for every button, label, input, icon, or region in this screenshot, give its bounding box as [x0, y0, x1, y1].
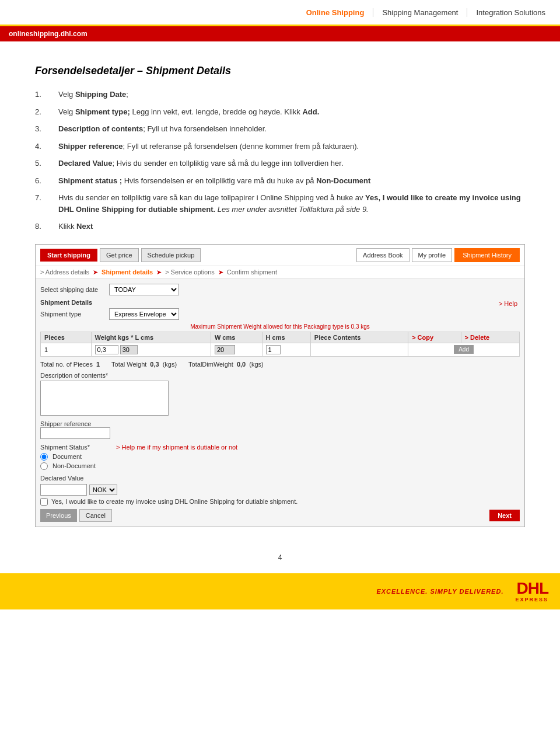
top-navigation: Online Shipping Shipping Management Inte… — [0, 0, 560, 26]
description-label: Description of contents* — [40, 372, 520, 379]
breadcrumb-service-options: > Service options — [165, 269, 215, 276]
invoice-checkbox[interactable] — [40, 498, 48, 506]
shipping-date-label: Select shipping date — [40, 286, 104, 293]
declared-value-label: Declared Value — [40, 475, 520, 482]
non-document-radio[interactable] — [40, 462, 48, 470]
total-dim-unit: (kgs) — [249, 361, 263, 368]
list-num: 2. — [35, 106, 58, 118]
schedule-pickup-button[interactable]: Schedule pickup — [141, 248, 201, 262]
dhl-logo: DHL EXPRESS — [515, 580, 548, 602]
shipment-type-select[interactable]: Express Envelope — [109, 308, 179, 320]
h-input[interactable] — [266, 345, 281, 354]
next-button[interactable]: Next — [489, 510, 520, 521]
shipment-history-button[interactable]: Shipment History — [454, 248, 520, 262]
previous-button[interactable]: Previous — [40, 509, 77, 522]
breadcrumb-confirm-shipment: Confirm shipment — [227, 269, 277, 276]
non-document-radio-group: Non-Document — [40, 462, 520, 470]
shipper-ref-input[interactable] — [40, 427, 110, 439]
cell-add[interactable]: Add — [408, 343, 520, 356]
list-content: Declared Value; Hvis du sender en tollpl… — [58, 158, 525, 169]
breadcrumb-arrow-1: ➤ — [93, 269, 98, 276]
col-w: W cms — [211, 332, 262, 343]
status-help-link[interactable]: > Help me if my shipment is dutiable or … — [116, 444, 237, 451]
sub-header: onlineshipping.dhl.com — [0, 26, 560, 41]
list-content: Hvis du sender en tollpliktig vare så ka… — [58, 192, 525, 215]
shipment-table: Pieces Weight kgs * L cms W cms H cms Pi… — [40, 332, 520, 357]
bottom-left-buttons: Previous Cancel — [40, 509, 112, 522]
total-dim-val: 0,0 — [237, 361, 246, 368]
breadcrumb-arrow-2: ➤ — [156, 269, 162, 276]
breadcrumb-arrow-3: ➤ — [218, 269, 223, 276]
shipper-ref-section: Shipper reference — [40, 420, 520, 439]
breadcrumb-shipment-details: Shipment details — [102, 269, 153, 276]
shipment-status-section: Shipment Status* > Help me if my shipmen… — [40, 444, 520, 470]
currency-select[interactable]: NOK — [89, 485, 117, 495]
list-item: 3. Description of contents; Fyll ut hva … — [35, 123, 525, 135]
total-dim-label: TotalDimWeight — [188, 361, 233, 368]
list-item: 2. Velg Shipment type; Legg inn vekt, ev… — [35, 106, 525, 118]
total-weight-unit: (kgs) — [163, 361, 177, 368]
shipment-type-row: Shipment type Express Envelope — [40, 308, 520, 320]
cancel-button[interactable]: Cancel — [79, 509, 112, 522]
list-num: 6. — [35, 175, 58, 187]
page-title: Forsendelsedetaljer – Shipment Details — [35, 65, 525, 77]
list-num: 7. — [35, 192, 58, 215]
list-item: 7. Hvis du sender en tollpliktig vare så… — [35, 192, 525, 215]
cell-weight[interactable] — [91, 343, 211, 356]
total-weight-label: Total Weight — [111, 361, 146, 368]
col-contents: Piece Contents — [310, 332, 408, 343]
list-content: Velg Shipping Date; — [58, 89, 525, 100]
get-price-button[interactable]: Get price — [100, 248, 139, 262]
main-content: Forsendelsedetaljer – Shipment Details 1… — [0, 41, 560, 548]
declared-row: NOK — [40, 484, 520, 496]
description-textarea[interactable] — [40, 381, 169, 416]
w-input[interactable] — [215, 345, 235, 354]
breadcrumb: > Address details ➤ Shipment details ➤ >… — [36, 266, 524, 279]
start-shipping-button[interactable]: Start shipping — [40, 249, 97, 262]
total-pieces: Total no. of Pieces 1 — [40, 361, 100, 368]
declared-value-section: Declared Value NOK — [40, 475, 520, 496]
instruction-list: 1. Velg Shipping Date; 2. Velg Shipment … — [35, 89, 525, 232]
list-num: 5. — [35, 158, 58, 169]
list-item: 6. Shipment status ; Hvis forsendelsen e… — [35, 175, 525, 187]
page-number: 4 — [0, 548, 560, 573]
col-pieces: Pieces — [41, 332, 92, 343]
footer-slogan: EXCELLENCE. SIMPLY DELIVERED. — [376, 588, 503, 595]
totals-row: Total no. of Pieces 1 Total Weight 0,3 (… — [40, 359, 520, 370]
document-radio[interactable] — [40, 453, 48, 461]
document-radio-group: Document — [40, 453, 520, 461]
cell-w[interactable] — [211, 343, 262, 356]
nav-integration-solutions[interactable]: Integration Solutions — [467, 8, 554, 17]
cell-h[interactable] — [262, 343, 310, 356]
nav-online-shipping[interactable]: Online Shipping — [298, 8, 374, 17]
list-num: 8. — [35, 221, 58, 232]
shipment-status-label: Shipment Status* — [40, 444, 104, 451]
list-item: 4. Shipper reference; Fyll ut referanse … — [35, 141, 525, 152]
add-button[interactable]: Add — [454, 345, 474, 354]
list-num: 1. — [35, 89, 58, 100]
l-input[interactable] — [120, 345, 138, 354]
nav-shipping-management[interactable]: Shipping Management — [373, 8, 467, 17]
breadcrumb-address-details: > Address details — [40, 269, 89, 276]
shipping-date-select[interactable]: TODAY — [109, 284, 179, 295]
list-item: 1. Velg Shipping Date; — [35, 89, 525, 100]
address-book-button[interactable]: Address Book — [356, 248, 409, 262]
declared-input[interactable] — [40, 484, 87, 496]
dhl-express: EXPRESS — [515, 597, 548, 602]
section-title: Shipment Details — [40, 299, 92, 306]
list-content: Velg Shipment type; Legg inn vekt, evt. … — [58, 106, 525, 118]
non-document-label: Non-Document — [52, 462, 96, 469]
bottom-buttons: Previous Cancel Next — [40, 509, 520, 522]
weight-input[interactable] — [95, 345, 118, 354]
help-link[interactable]: > Help — [499, 300, 520, 307]
my-profile-button[interactable]: My profile — [412, 248, 453, 262]
total-pieces-val: 1 — [96, 361, 100, 368]
list-item: 8. Klikk Next — [35, 221, 525, 232]
col-copy[interactable]: > Copy — [408, 332, 461, 343]
list-item: 5. Declared Value; Hvis du sender en tol… — [35, 158, 525, 169]
dhl-body: Select shipping date TODAY Shipment Deta… — [36, 279, 524, 527]
col-delete[interactable]: > Delete — [461, 332, 519, 343]
dhl-letters: DHL — [516, 580, 548, 597]
invoice-checkbox-row: Yes, I would like to create my invoice u… — [40, 498, 520, 506]
list-num: 4. — [35, 141, 58, 152]
